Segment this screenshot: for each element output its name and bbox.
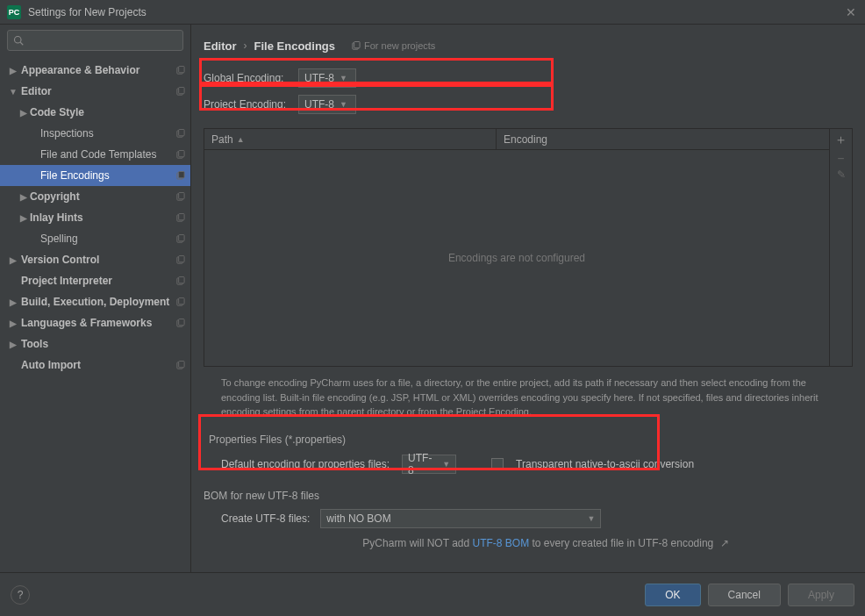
svg-rect-19 — [179, 255, 184, 261]
sidebar-item-label: Tools — [21, 338, 48, 350]
sidebar-item-appearance-behavior[interactable]: ▶Appearance & Behavior — [0, 60, 190, 81]
breadcrumb-editor[interactable]: Editor — [204, 39, 237, 53]
copy-icon — [175, 276, 185, 286]
table-empty-message: Encodings are not configured — [204, 150, 829, 366]
close-icon[interactable]: ✕ — [846, 5, 856, 19]
settings-tree: ▶Appearance & Behavior▼Editor▶Code Style… — [0, 56, 190, 572]
properties-encoding-dropdown[interactable]: UTF-8 ▼ — [402, 455, 456, 474]
search-input[interactable] — [7, 30, 183, 51]
copy-icon — [175, 87, 185, 97]
help-button[interactable]: ? — [11, 585, 30, 605]
content-area: Editor › File Encodings For new projects… — [191, 25, 865, 572]
sidebar-item-inspections[interactable]: Inspections — [0, 123, 190, 144]
sidebar-item-inlay-hints[interactable]: ▶Inlay Hints — [0, 207, 190, 228]
sidebar-item-label: Version Control — [21, 254, 99, 266]
svg-rect-21 — [179, 276, 184, 283]
chevron-right-icon: ▶ — [19, 213, 28, 223]
chevron-down-icon: ▼ — [442, 460, 450, 469]
svg-rect-11 — [179, 171, 184, 177]
bom-hint: PyCharm will NOT add UTF-8 BOM to every … — [204, 534, 853, 549]
project-encoding-row: Project Encoding: UTF-8 ▼ — [204, 91, 853, 118]
apply-button[interactable]: Apply — [788, 584, 854, 606]
copy-icon — [175, 255, 185, 265]
dialog-footer: ? OK Cancel Apply — [0, 572, 865, 616]
sidebar-item-label: File Encodings — [40, 169, 110, 182]
properties-section-title: Properties Files (*.properties) — [204, 433, 853, 446]
project-encoding-label: Project Encoding: — [204, 98, 291, 111]
project-encoding-dropdown[interactable]: UTF-8 ▼ — [298, 95, 356, 114]
sidebar-item-project-interpreter[interactable]: Project Interpreter — [0, 270, 190, 291]
copy-icon — [175, 171, 185, 181]
sidebar-item-code-style[interactable]: ▶Code Style — [0, 102, 190, 123]
svg-rect-17 — [179, 234, 184, 240]
column-header-path[interactable]: Path ▲ — [204, 129, 497, 149]
sidebar-item-version-control[interactable]: ▶Version Control — [0, 249, 190, 270]
sidebar-item-label: Inspections — [40, 127, 94, 140]
sidebar-item-tools[interactable]: ▶Tools — [0, 333, 190, 355]
sidebar-item-copyright[interactable]: ▶Copyright — [0, 186, 190, 207]
transparent-ascii-checkbox[interactable] — [491, 458, 504, 470]
global-encoding-row: Global Encoding: UTF-8 ▼ — [204, 65, 853, 91]
sidebar-item-label: Code Style — [30, 106, 84, 118]
svg-rect-7 — [179, 129, 184, 135]
for-new-projects-tag: For new projects — [351, 40, 435, 51]
chevron-right-icon: ▶ — [9, 297, 18, 307]
transparent-ascii-label: Transparent native-to-ascii conversion — [516, 458, 694, 470]
copy-icon — [175, 213, 185, 223]
sidebar-item-file-and-code-templates[interactable]: File and Code Templates — [0, 144, 190, 165]
sidebar-item-editor[interactable]: ▼Editor — [0, 81, 190, 102]
copy-icon — [175, 192, 185, 202]
breadcrumb: Editor › File Encodings For new projects — [204, 33, 853, 58]
svg-rect-3 — [179, 66, 184, 72]
sidebar-item-build-execution-deployment[interactable]: ▶Build, Execution, Deployment — [0, 291, 190, 312]
sidebar-item-label: Build, Execution, Deployment — [21, 296, 169, 308]
sidebar-item-label: File and Code Templates — [40, 148, 157, 161]
properties-encoding-label: Default encoding for properties files: — [221, 458, 390, 470]
copy-icon — [175, 129, 185, 139]
window-title: Settings for New Projects — [28, 6, 147, 18]
svg-rect-9 — [179, 150, 184, 156]
sidebar-item-languages-frameworks[interactable]: ▶Languages & Frameworks — [0, 312, 190, 333]
create-utf8-label: Create UTF-8 files: — [221, 512, 310, 525]
chevron-right-icon: ▶ — [9, 340, 18, 349]
sidebar-item-label: Languages & Frameworks — [21, 317, 152, 329]
svg-rect-23 — [179, 297, 184, 304]
breadcrumb-file-encodings: File Encodings — [254, 39, 335, 53]
chevron-down-icon: ▼ — [340, 100, 347, 109]
chevron-right-icon: ▶ — [19, 108, 28, 118]
sidebar-item-label: Project Interpreter — [21, 275, 112, 287]
chevron-right-icon: ▶ — [9, 319, 18, 328]
sidebar-item-label: Editor — [21, 85, 52, 97]
chevron-right-icon: ▶ — [9, 66, 18, 75]
help-text: To change encoding PyCharm uses for a fi… — [204, 367, 853, 428]
chevron-right-icon: › — [244, 39, 247, 52]
column-header-encoding[interactable]: Encoding — [497, 129, 829, 149]
chevron-down-icon: ▼ — [9, 87, 18, 97]
add-icon[interactable]: ＋ — [834, 133, 847, 146]
sidebar-item-label: Copyright — [30, 190, 80, 203]
titlebar: PC Settings for New Projects ✕ — [0, 0, 865, 25]
sidebar-item-file-encodings[interactable]: File Encodings — [0, 165, 190, 186]
utf8-bom-link[interactable]: UTF-8 BOM — [473, 537, 530, 549]
app-icon: PC — [7, 5, 21, 19]
sort-asc-icon: ▲ — [237, 135, 245, 144]
create-utf8-dropdown[interactable]: with NO BOM ▼ — [320, 509, 601, 528]
remove-icon[interactable]: － — [834, 151, 847, 164]
sidebar-item-label: Auto Import — [21, 359, 81, 371]
svg-rect-15 — [179, 213, 184, 219]
copy-icon — [351, 41, 361, 51]
ok-button[interactable]: OK — [645, 584, 700, 606]
search-icon — [13, 35, 24, 46]
edit-icon[interactable]: ✎ — [837, 169, 846, 180]
sidebar-item-auto-import[interactable]: Auto Import — [0, 355, 190, 376]
sidebar-item-spelling[interactable]: Spelling — [0, 228, 190, 249]
bom-section-title: BOM for new UTF-8 files — [204, 490, 853, 502]
chevron-right-icon: ▶ — [9, 255, 18, 265]
cancel-button[interactable]: Cancel — [708, 584, 781, 606]
sidebar-item-label: Spelling — [40, 233, 78, 245]
svg-point-0 — [15, 37, 22, 44]
svg-rect-5 — [179, 87, 184, 93]
chevron-right-icon: ▶ — [19, 192, 28, 202]
global-encoding-dropdown[interactable]: UTF-8 ▼ — [298, 68, 356, 88]
copy-icon — [175, 66, 185, 75]
